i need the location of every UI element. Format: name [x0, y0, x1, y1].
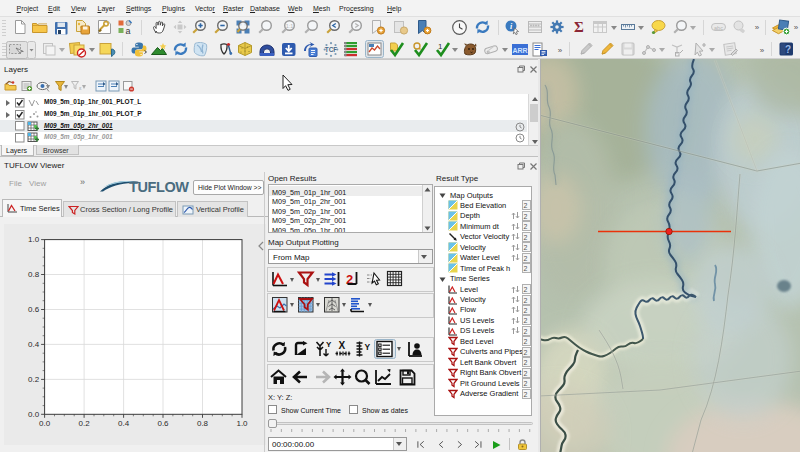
- svg-text:Y: Y: [326, 340, 332, 349]
- svg-text:2: 2: [524, 306, 528, 313]
- svg-text:2: 2: [524, 338, 528, 345]
- svg-text:2: 2: [524, 369, 528, 376]
- svg-text:»: »: [794, 23, 799, 32]
- svg-text:Y: Y: [365, 342, 371, 352]
- svg-text:2: 2: [524, 223, 528, 230]
- svg-text:TUFLOW: TUFLOW: [129, 179, 189, 195]
- svg-text:1:1: 1:1: [286, 23, 294, 29]
- svg-text:abc: abc: [714, 25, 723, 31]
- svg-text:2: 2: [524, 233, 528, 240]
- svg-text:2: 2: [524, 244, 528, 251]
- svg-text:0.8: 0.8: [197, 419, 209, 428]
- svg-text:0.2: 0.2: [28, 375, 40, 384]
- svg-text:0.0: 0.0: [39, 419, 51, 428]
- svg-text:0.4: 0.4: [28, 340, 40, 349]
- svg-text:0.6: 0.6: [157, 419, 169, 428]
- svg-text:2: 2: [524, 390, 528, 397]
- svg-text:TCF: TCF: [325, 46, 338, 53]
- svg-text:2: 2: [524, 348, 528, 355]
- svg-text:2: 2: [524, 380, 528, 387]
- svg-text:0.2: 0.2: [79, 419, 91, 428]
- svg-text:1: 1: [438, 42, 443, 51]
- svg-text:2: 2: [524, 202, 528, 209]
- svg-text:2: 2: [524, 296, 528, 303]
- svg-text:2: 2: [524, 254, 528, 261]
- svg-text:»: »: [760, 46, 765, 55]
- svg-text:a: a: [125, 26, 130, 36]
- svg-text:0.4: 0.4: [118, 419, 130, 428]
- svg-text:2: 2: [524, 286, 528, 293]
- svg-text:0.8: 0.8: [28, 270, 40, 279]
- svg-text:?: ?: [785, 44, 791, 55]
- svg-text:2: 2: [524, 317, 528, 324]
- svg-text:X: X: [339, 340, 346, 351]
- svg-text:»: »: [558, 46, 563, 55]
- svg-text:Σ: Σ: [574, 19, 584, 35]
- svg-text:0.6: 0.6: [28, 305, 40, 314]
- svg-text:ARR: ARR: [512, 47, 527, 54]
- svg-text:»: »: [755, 23, 760, 32]
- svg-text:2: 2: [524, 212, 528, 219]
- svg-text:2: 2: [524, 265, 528, 272]
- svg-text:2: 2: [524, 327, 528, 334]
- svg-text:1.0: 1.0: [236, 419, 248, 428]
- svg-text:1.0: 1.0: [28, 235, 40, 244]
- svg-text:2: 2: [524, 359, 528, 366]
- svg-text:0.0: 0.0: [28, 410, 40, 419]
